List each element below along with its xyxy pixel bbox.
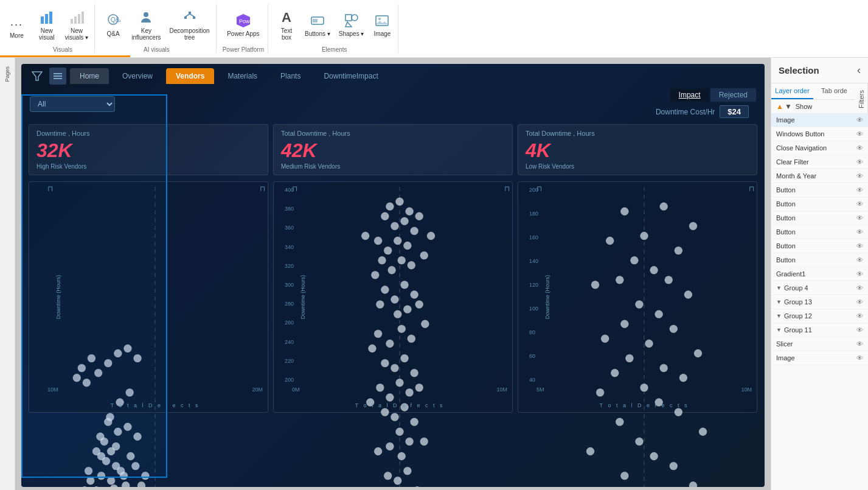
kpi-title-2: Total Downtime , Hours [526,130,749,137]
chart3-y-label: Downtime (Hours) [544,275,550,320]
rejected-button[interactable]: Rejected [710,88,756,102]
tab-layer-order[interactable]: Layer order [771,83,813,99]
tab-vendors[interactable]: Vendors [166,68,214,84]
svg-point-104 [374,330,382,338]
svg-point-130 [384,472,392,480]
layer-item-image-2[interactable]: Image 👁 [771,351,868,365]
layer-item-button-6[interactable]: Button 👁 [771,253,868,267]
svg-point-121 [396,428,404,436]
shapes-button[interactable]: Shapes ▾ [336,10,367,40]
layer-item-group12[interactable]: ▼ Group 12 👁 [771,309,868,323]
decomp-tree-icon [181,9,198,26]
layer-item-group13[interactable]: ▼ Group 13 👁 [771,295,868,309]
layer-item-button-1[interactable]: Button 👁 [771,183,868,197]
layer-eye-group4[interactable]: 👁 [856,284,863,292]
kpi-subtitle-1: Medium Risk Vendors [281,163,505,170]
layer-item-button-2[interactable]: Button 👁 [771,197,868,211]
svg-point-55 [137,481,145,487]
svg-point-131 [427,232,435,240]
layer-item-gradient1[interactable]: Gradient1 👁 [771,267,868,281]
layer-item-month-year[interactable]: Month & Year 👁 [771,169,868,183]
right-panel: Selection ‹ Layer order Tab orde ▲ ▼ Sho… [771,58,868,490]
layer-eye-button-1[interactable]: 👁 [856,186,863,194]
filters-label[interactable]: Filters [855,83,868,113]
layer-eye-button-2[interactable]: 👁 [856,200,863,208]
qa-button[interactable]: Q&A Q&A [101,10,125,40]
svg-point-145 [684,291,692,299]
image-button[interactable]: Image [370,10,394,40]
key-influencers-button[interactable]: Keyinfluencers [129,7,163,43]
layer-eye-button-6[interactable]: 👁 [856,256,863,264]
layer-eye-month-year[interactable]: 👁 [856,172,863,180]
layer-item-button-4[interactable]: Button 👁 [771,225,868,239]
layer-item-button-3[interactable]: Button 👁 [771,211,868,225]
layer-eye-group13[interactable]: 👁 [856,298,863,306]
layer-item-slicer[interactable]: Slicer 👁 [771,337,868,351]
svg-point-94 [411,291,418,299]
chart3-svg [536,187,752,487]
impact-button[interactable]: Impact [670,88,709,102]
layer-item-close-nav[interactable]: Close Navigation 👁 [771,141,868,155]
svg-point-164 [586,447,594,455]
svg-point-149 [670,325,678,333]
layer-eye-button-4[interactable]: 👁 [856,228,863,236]
sort-down-button[interactable]: ▼ [785,102,792,111]
svg-point-93 [401,281,409,289]
chevron-group12: ▼ [776,313,782,319]
toolbar-orange-bar [0,55,868,57]
svg-point-124 [398,452,406,460]
svg-text:Q&A: Q&A [111,16,120,23]
sort-up-button[interactable]: ▲ [776,102,783,111]
layer-eye-group11[interactable]: 👁 [856,326,863,334]
key-influencers-label: Keyinfluencers [131,27,161,41]
chart2-x-0: 0M [292,387,300,393]
layer-eye-button-3[interactable]: 👁 [856,214,863,222]
tab-home[interactable]: Home [70,68,109,84]
svg-point-144 [591,281,599,289]
svg-rect-1 [45,14,48,24]
layer-eye-clear-filter[interactable]: 👁 [856,158,863,166]
buttons-button[interactable]: Buttons ▾ [302,10,333,40]
tab-overview[interactable]: Overview [113,68,162,84]
layer-eye-button-5[interactable]: 👁 [856,242,863,250]
svg-point-111 [396,379,404,387]
menu-icon[interactable] [49,68,66,85]
tab-plants[interactable]: Plants [271,68,310,84]
svg-point-138 [606,237,614,245]
svg-point-128 [394,477,401,485]
chart2-bottom-label: T o t a l D e f e c t s [292,402,507,408]
layer-eye-close-nav[interactable]: 👁 [856,144,863,152]
svg-point-101 [398,325,406,333]
svg-point-113 [386,394,394,402]
layer-item-group4[interactable]: ▼ Group 4 👁 [771,281,868,295]
svg-point-99 [415,301,423,309]
new-visuals-button[interactable]: Newvisuals ▾ [63,7,91,43]
decomp-tree-button[interactable]: Decompositiontree [167,7,212,43]
layer-item-button-5[interactable]: Button 👁 [771,239,868,253]
tab-tab-order[interactable]: Tab orde [813,83,855,99]
more-button[interactable]: ··· More [5,16,29,41]
layer-eye-windows-button[interactable]: 👁 [856,130,863,138]
text-box-button[interactable]: A Textbox [274,7,299,43]
power-apps-button[interactable]: Power Power Apps [224,10,262,40]
svg-point-168 [689,481,697,487]
svg-rect-3 [71,19,73,24]
layer-eye-image-1[interactable]: 👁 [856,116,863,124]
svg-point-91 [420,251,428,259]
layer-eye-gradient1[interactable]: 👁 [856,270,863,278]
layer-item-windows-button[interactable]: Windows Button 👁 [771,127,868,141]
tab-downtime[interactable]: DowntimeImpact [314,68,387,84]
chart2-x-1: 10M [496,387,507,393]
layer-eye-image-2[interactable]: 👁 [856,354,863,362]
layer-item-image-1[interactable]: Image 👁 [771,113,868,127]
tab-materials[interactable]: Materials [218,68,267,84]
layer-eye-group12[interactable]: 👁 [856,312,863,320]
layer-eye-slicer[interactable]: 👁 [856,340,863,348]
svg-point-146 [636,301,644,309]
layer-item-group11[interactable]: ▼ Group 11 👁 [771,323,868,337]
collapse-button[interactable]: ‹ [857,64,861,77]
filter-icon[interactable] [29,68,46,85]
layer-item-clear-filter[interactable]: Clear Filter 👁 [771,155,868,169]
new-visual-button[interactable]: Newvisual [35,7,59,43]
chart1-x-1: 20M [252,387,263,393]
